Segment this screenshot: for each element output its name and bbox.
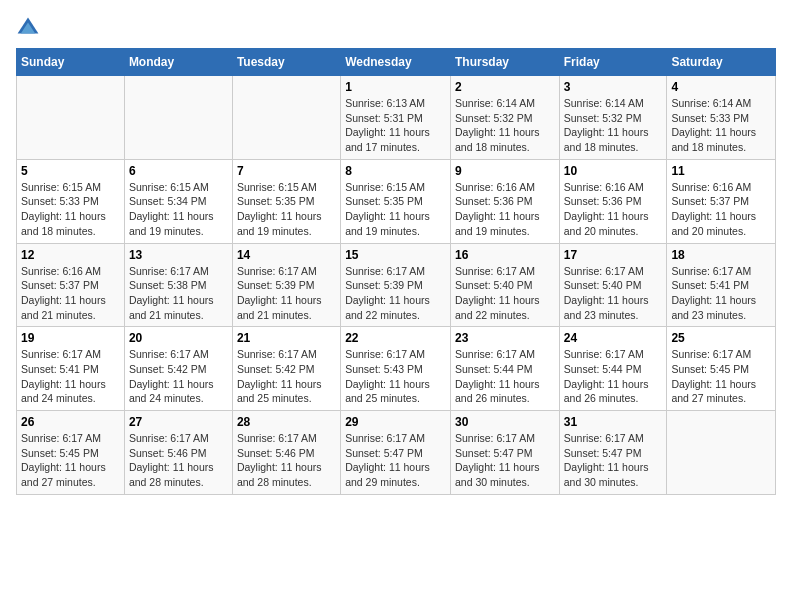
calendar-cell: 2Sunrise: 6:14 AMSunset: 5:32 PMDaylight… bbox=[450, 76, 559, 160]
calendar-cell: 30Sunrise: 6:17 AMSunset: 5:47 PMDayligh… bbox=[450, 411, 559, 495]
day-info: Sunrise: 6:15 AMSunset: 5:35 PMDaylight:… bbox=[237, 180, 336, 239]
calendar-cell: 25Sunrise: 6:17 AMSunset: 5:45 PMDayligh… bbox=[667, 327, 776, 411]
day-info: Sunrise: 6:14 AMSunset: 5:32 PMDaylight:… bbox=[564, 96, 663, 155]
day-info: Sunrise: 6:17 AMSunset: 5:39 PMDaylight:… bbox=[345, 264, 446, 323]
calendar-cell bbox=[232, 76, 340, 160]
calendar-cell: 27Sunrise: 6:17 AMSunset: 5:46 PMDayligh… bbox=[124, 411, 232, 495]
day-number: 31 bbox=[564, 415, 663, 429]
day-info: Sunrise: 6:15 AMSunset: 5:35 PMDaylight:… bbox=[345, 180, 446, 239]
calendar-cell: 19Sunrise: 6:17 AMSunset: 5:41 PMDayligh… bbox=[17, 327, 125, 411]
day-info: Sunrise: 6:17 AMSunset: 5:43 PMDaylight:… bbox=[345, 347, 446, 406]
day-info: Sunrise: 6:14 AMSunset: 5:32 PMDaylight:… bbox=[455, 96, 555, 155]
day-info: Sunrise: 6:17 AMSunset: 5:45 PMDaylight:… bbox=[21, 431, 120, 490]
day-info: Sunrise: 6:13 AMSunset: 5:31 PMDaylight:… bbox=[345, 96, 446, 155]
day-number: 4 bbox=[671, 80, 771, 94]
calendar-cell: 24Sunrise: 6:17 AMSunset: 5:44 PMDayligh… bbox=[559, 327, 667, 411]
day-number: 27 bbox=[129, 415, 228, 429]
calendar-cell: 1Sunrise: 6:13 AMSunset: 5:31 PMDaylight… bbox=[341, 76, 451, 160]
header-thursday: Thursday bbox=[450, 49, 559, 76]
day-info: Sunrise: 6:14 AMSunset: 5:33 PMDaylight:… bbox=[671, 96, 771, 155]
day-number: 10 bbox=[564, 164, 663, 178]
day-number: 15 bbox=[345, 248, 446, 262]
calendar-cell: 22Sunrise: 6:17 AMSunset: 5:43 PMDayligh… bbox=[341, 327, 451, 411]
calendar-cell: 7Sunrise: 6:15 AMSunset: 5:35 PMDaylight… bbox=[232, 159, 340, 243]
day-number: 25 bbox=[671, 331, 771, 345]
day-number: 8 bbox=[345, 164, 446, 178]
header-sunday: Sunday bbox=[17, 49, 125, 76]
day-number: 23 bbox=[455, 331, 555, 345]
week-row-1: 1Sunrise: 6:13 AMSunset: 5:31 PMDaylight… bbox=[17, 76, 776, 160]
day-number: 21 bbox=[237, 331, 336, 345]
week-row-3: 12Sunrise: 6:16 AMSunset: 5:37 PMDayligh… bbox=[17, 243, 776, 327]
header-saturday: Saturday bbox=[667, 49, 776, 76]
calendar-cell: 21Sunrise: 6:17 AMSunset: 5:42 PMDayligh… bbox=[232, 327, 340, 411]
day-number: 22 bbox=[345, 331, 446, 345]
week-row-5: 26Sunrise: 6:17 AMSunset: 5:45 PMDayligh… bbox=[17, 411, 776, 495]
calendar-cell: 18Sunrise: 6:17 AMSunset: 5:41 PMDayligh… bbox=[667, 243, 776, 327]
day-number: 1 bbox=[345, 80, 446, 94]
day-info: Sunrise: 6:17 AMSunset: 5:47 PMDaylight:… bbox=[345, 431, 446, 490]
day-info: Sunrise: 6:17 AMSunset: 5:47 PMDaylight:… bbox=[564, 431, 663, 490]
day-number: 7 bbox=[237, 164, 336, 178]
day-number: 12 bbox=[21, 248, 120, 262]
week-row-2: 5Sunrise: 6:15 AMSunset: 5:33 PMDaylight… bbox=[17, 159, 776, 243]
day-info: Sunrise: 6:17 AMSunset: 5:45 PMDaylight:… bbox=[671, 347, 771, 406]
calendar-cell: 6Sunrise: 6:15 AMSunset: 5:34 PMDaylight… bbox=[124, 159, 232, 243]
day-number: 28 bbox=[237, 415, 336, 429]
day-info: Sunrise: 6:15 AMSunset: 5:33 PMDaylight:… bbox=[21, 180, 120, 239]
calendar-cell: 11Sunrise: 6:16 AMSunset: 5:37 PMDayligh… bbox=[667, 159, 776, 243]
calendar-cell: 3Sunrise: 6:14 AMSunset: 5:32 PMDaylight… bbox=[559, 76, 667, 160]
calendar-cell: 8Sunrise: 6:15 AMSunset: 5:35 PMDaylight… bbox=[341, 159, 451, 243]
day-info: Sunrise: 6:17 AMSunset: 5:44 PMDaylight:… bbox=[564, 347, 663, 406]
week-row-4: 19Sunrise: 6:17 AMSunset: 5:41 PMDayligh… bbox=[17, 327, 776, 411]
calendar-cell: 14Sunrise: 6:17 AMSunset: 5:39 PMDayligh… bbox=[232, 243, 340, 327]
day-number: 17 bbox=[564, 248, 663, 262]
day-info: Sunrise: 6:17 AMSunset: 5:40 PMDaylight:… bbox=[455, 264, 555, 323]
day-number: 20 bbox=[129, 331, 228, 345]
header-tuesday: Tuesday bbox=[232, 49, 340, 76]
day-number: 6 bbox=[129, 164, 228, 178]
day-number: 2 bbox=[455, 80, 555, 94]
logo-icon bbox=[16, 16, 40, 40]
header-monday: Monday bbox=[124, 49, 232, 76]
day-number: 19 bbox=[21, 331, 120, 345]
calendar-cell: 12Sunrise: 6:16 AMSunset: 5:37 PMDayligh… bbox=[17, 243, 125, 327]
calendar-cell: 26Sunrise: 6:17 AMSunset: 5:45 PMDayligh… bbox=[17, 411, 125, 495]
calendar-cell: 10Sunrise: 6:16 AMSunset: 5:36 PMDayligh… bbox=[559, 159, 667, 243]
day-info: Sunrise: 6:17 AMSunset: 5:38 PMDaylight:… bbox=[129, 264, 228, 323]
header-friday: Friday bbox=[559, 49, 667, 76]
calendar-cell: 31Sunrise: 6:17 AMSunset: 5:47 PMDayligh… bbox=[559, 411, 667, 495]
calendar-cell: 28Sunrise: 6:17 AMSunset: 5:46 PMDayligh… bbox=[232, 411, 340, 495]
day-number: 13 bbox=[129, 248, 228, 262]
calendar-header-row: SundayMondayTuesdayWednesdayThursdayFrid… bbox=[17, 49, 776, 76]
day-info: Sunrise: 6:17 AMSunset: 5:40 PMDaylight:… bbox=[564, 264, 663, 323]
day-number: 9 bbox=[455, 164, 555, 178]
calendar-cell: 23Sunrise: 6:17 AMSunset: 5:44 PMDayligh… bbox=[450, 327, 559, 411]
day-info: Sunrise: 6:16 AMSunset: 5:37 PMDaylight:… bbox=[671, 180, 771, 239]
calendar-cell: 4Sunrise: 6:14 AMSunset: 5:33 PMDaylight… bbox=[667, 76, 776, 160]
day-info: Sunrise: 6:17 AMSunset: 5:46 PMDaylight:… bbox=[129, 431, 228, 490]
day-number: 24 bbox=[564, 331, 663, 345]
day-info: Sunrise: 6:17 AMSunset: 5:46 PMDaylight:… bbox=[237, 431, 336, 490]
day-info: Sunrise: 6:15 AMSunset: 5:34 PMDaylight:… bbox=[129, 180, 228, 239]
day-number: 29 bbox=[345, 415, 446, 429]
day-number: 30 bbox=[455, 415, 555, 429]
day-info: Sunrise: 6:17 AMSunset: 5:47 PMDaylight:… bbox=[455, 431, 555, 490]
day-info: Sunrise: 6:17 AMSunset: 5:41 PMDaylight:… bbox=[21, 347, 120, 406]
calendar-cell: 16Sunrise: 6:17 AMSunset: 5:40 PMDayligh… bbox=[450, 243, 559, 327]
calendar-cell: 5Sunrise: 6:15 AMSunset: 5:33 PMDaylight… bbox=[17, 159, 125, 243]
day-number: 14 bbox=[237, 248, 336, 262]
calendar-cell: 17Sunrise: 6:17 AMSunset: 5:40 PMDayligh… bbox=[559, 243, 667, 327]
day-number: 11 bbox=[671, 164, 771, 178]
header-wednesday: Wednesday bbox=[341, 49, 451, 76]
day-info: Sunrise: 6:16 AMSunset: 5:36 PMDaylight:… bbox=[564, 180, 663, 239]
day-number: 3 bbox=[564, 80, 663, 94]
calendar-cell: 15Sunrise: 6:17 AMSunset: 5:39 PMDayligh… bbox=[341, 243, 451, 327]
day-info: Sunrise: 6:17 AMSunset: 5:41 PMDaylight:… bbox=[671, 264, 771, 323]
calendar-cell: 13Sunrise: 6:17 AMSunset: 5:38 PMDayligh… bbox=[124, 243, 232, 327]
day-info: Sunrise: 6:17 AMSunset: 5:39 PMDaylight:… bbox=[237, 264, 336, 323]
day-info: Sunrise: 6:17 AMSunset: 5:42 PMDaylight:… bbox=[237, 347, 336, 406]
calendar-cell: 9Sunrise: 6:16 AMSunset: 5:36 PMDaylight… bbox=[450, 159, 559, 243]
calendar-table: SundayMondayTuesdayWednesdayThursdayFrid… bbox=[16, 48, 776, 495]
calendar-cell bbox=[124, 76, 232, 160]
